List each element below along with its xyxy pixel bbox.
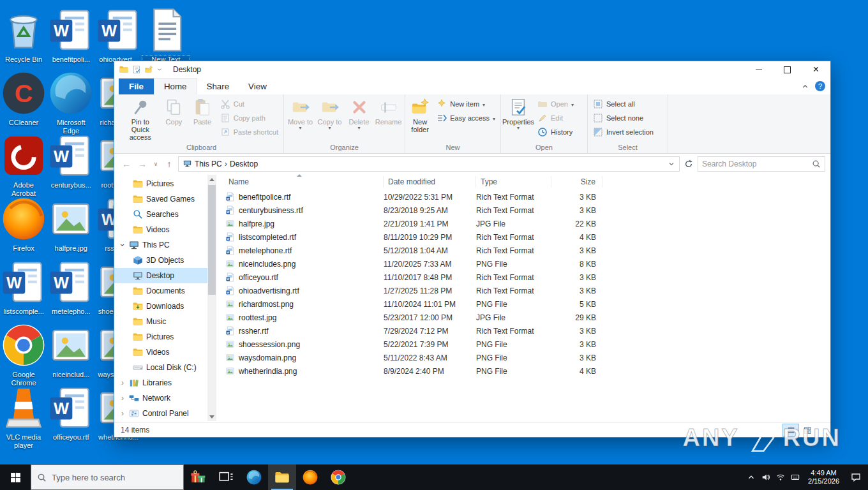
sidebar-item-network[interactable]: Network	[114, 390, 216, 406]
desktop-icon-metelephone[interactable]: metelepho...	[47, 258, 94, 316]
copy-path-button[interactable]: Copy path	[217, 111, 281, 125]
desktop-icon-ccleaner[interactable]: CCleaner	[0, 70, 47, 127]
file-row-rssher[interactable]: rssher.rtf 7/29/2024 7:12 PM Rich Text F…	[216, 324, 830, 338]
qat-properties-icon[interactable]	[132, 65, 141, 74]
thumbnails-view-button[interactable]	[800, 424, 815, 436]
sidebar-item-videos-2[interactable]: Videos	[114, 345, 216, 360]
sidebar-item-desktop[interactable]: Desktop	[114, 268, 216, 283]
tab-share[interactable]: Share	[197, 78, 239, 94]
start-button[interactable]	[0, 464, 31, 490]
file-row-centurybusiness[interactable]: centurybusiness.rtf 8/23/2018 9:25 AM Ri…	[216, 204, 830, 217]
action-center-button[interactable]	[845, 464, 867, 490]
sidebar-item-pictures[interactable]: Pictures	[114, 176, 216, 191]
close-button[interactable]	[802, 61, 830, 78]
new-item-button[interactable]: New item	[433, 97, 498, 111]
file-row-whetherindia[interactable]: whetherindia.png 8/9/2024 2:40 PM PNG Fi…	[216, 364, 830, 378]
tab-file[interactable]: File	[119, 78, 154, 94]
pin-to-quick-access-button[interactable]: Pin to Quick access	[121, 96, 160, 141]
sidebar-item-3d-objects[interactable]: 3D Objects	[114, 253, 216, 268]
address-dropdown-icon[interactable]	[668, 160, 675, 168]
maximize-button[interactable]	[773, 61, 802, 78]
qat-new-folder-icon[interactable]	[144, 65, 153, 74]
desktop-icon-ohioadvertising[interactable]: ohioadvert...	[95, 6, 142, 64]
column-header-name[interactable]: Name	[216, 176, 384, 188]
file-row-listscompleted[interactable]: listscompleted.rtf 8/11/2019 10:29 PM Ri…	[216, 230, 830, 244]
search-input[interactable]	[702, 160, 812, 168]
file-row-officeyou[interactable]: officeyou.rtf 11/10/2017 8:48 PM Rich Te…	[216, 271, 830, 284]
sidebar-item-documents[interactable]: Documents	[114, 283, 216, 299]
new-folder-button[interactable]: New folder	[407, 96, 433, 137]
taskbar-gift-button[interactable]	[184, 464, 212, 490]
desktop-icon-halfpre[interactable]: halfpre.jpg	[47, 195, 94, 253]
title-bar[interactable]: Desktop	[114, 61, 830, 78]
sidebar-item-saved-games[interactable]: Saved Games	[114, 191, 216, 207]
sidebar-item-local-disk-c[interactable]: Local Disk (C:)	[114, 360, 216, 375]
address-box[interactable]: This PC Desktop	[178, 156, 680, 172]
rename-button[interactable]: Rename	[374, 96, 403, 137]
taskbar-search-input[interactable]	[52, 473, 177, 482]
back-button[interactable]: ←	[119, 157, 133, 171]
move-to-button[interactable]: Move to	[286, 96, 315, 137]
sidebar-item-control-panel[interactable]: Control Panel	[114, 406, 216, 421]
desktop-icon-vlc[interactable]: VLC media player	[0, 384, 47, 450]
details-view-button[interactable]	[783, 424, 798, 436]
paste-button[interactable]: Paste	[188, 96, 216, 137]
file-row-waysdomain[interactable]: waysdomain.png 5/11/2022 8:43 AM PNG Fil…	[216, 351, 830, 364]
paste-shortcut-button[interactable]: Paste shortcut	[217, 125, 281, 139]
breadcrumb-this-pc[interactable]: This PC	[195, 160, 222, 168]
open-button[interactable]: Open	[534, 97, 577, 111]
column-header-type[interactable]: Type	[476, 176, 551, 188]
scrollbar-up-arrow[interactable]	[207, 175, 216, 184]
file-row-ohioadvertising[interactable]: ohioadvertising.rtf 1/27/2025 11:28 PM R…	[216, 284, 830, 297]
collapse-ribbon-icon[interactable]	[801, 82, 809, 91]
properties-button[interactable]: Properties	[503, 96, 534, 137]
forward-button[interactable]: →	[135, 157, 149, 171]
tray-network-icon[interactable]	[773, 464, 788, 490]
sidebar-item-this-pc[interactable]: This PC	[114, 237, 216, 253]
up-button[interactable]: ↑	[162, 157, 176, 171]
expander-icon[interactable]	[119, 378, 126, 387]
refresh-button[interactable]	[682, 157, 696, 171]
copy-to-button[interactable]: Copy to	[315, 96, 344, 137]
minimize-button[interactable]	[744, 61, 773, 78]
desktop-icon-benefitpolice[interactable]: benefitpoli...	[47, 6, 94, 64]
taskbar-clock[interactable]: 4:49 AM 2/15/2026	[802, 469, 845, 486]
expander-icon[interactable]	[119, 409, 126, 418]
sidebar-item-searches[interactable]: Searches	[114, 207, 216, 222]
invert-selection-button[interactable]: Invert selection	[590, 125, 657, 139]
desktop-icon-officeyou[interactable]: officeyou.rtf	[47, 384, 94, 442]
scrollbar-thumb[interactable]	[208, 185, 216, 295]
file-row-benefitpolice[interactable]: benefitpolice.rtf 10/29/2022 5:31 PM Ric…	[216, 190, 830, 204]
edit-button[interactable]: Edit	[534, 111, 577, 125]
easy-access-button[interactable]: Easy access	[433, 111, 498, 125]
expander-icon[interactable]	[118, 242, 127, 248]
tray-chevron-up-icon[interactable]	[744, 464, 758, 490]
history-button[interactable]: History	[534, 125, 577, 139]
taskbar-chrome-button[interactable]	[324, 464, 352, 490]
file-row-shoessession[interactable]: shoessession.png 5/22/2021 7:39 PM PNG F…	[216, 338, 830, 351]
tab-home[interactable]: Home	[154, 78, 197, 94]
desktop-icon-recycle-bin[interactable]: Recycle Bin	[0, 6, 47, 64]
file-row-metelephone[interactable]: metelephone.rtf 5/12/2018 1:04 AM Rich T…	[216, 244, 830, 257]
tab-view[interactable]: View	[239, 78, 276, 94]
select-all-button[interactable]: Select all	[590, 97, 657, 111]
column-header-date-modified[interactable]: Date modified	[384, 176, 476, 188]
file-row-niceincludes[interactable]: niceincludes.png 11/20/2025 7:33 AM PNG …	[216, 257, 830, 271]
search-box[interactable]	[698, 156, 825, 172]
file-row-roottest[interactable]: roottest.jpg 5/23/2017 12:00 PM JPG File…	[216, 311, 830, 324]
delete-button[interactable]: Delete	[345, 96, 373, 137]
search-icon[interactable]	[812, 160, 821, 168]
desktop-icon-google-chrome[interactable]: Google Chrome	[0, 322, 47, 387]
select-none-button[interactable]: Select none	[590, 111, 657, 125]
sidebar-item-music[interactable]: Music	[114, 314, 216, 329]
desktop-icon-niceincludes[interactable]: niceinclud...	[47, 322, 94, 379]
scrollbar-down-arrow[interactable]	[207, 412, 216, 421]
breadcrumb-desktop[interactable]: Desktop	[230, 160, 258, 168]
expander-icon[interactable]	[119, 394, 126, 403]
taskbar-search[interactable]	[31, 464, 184, 490]
file-row-richardmost[interactable]: richardmost.png 11/10/2024 11:01 PM PNG …	[216, 297, 830, 311]
taskbar-edge-button[interactable]	[240, 464, 268, 490]
desktop-icon-microsoft-edge[interactable]: Microsoft Edge	[47, 70, 94, 135]
qat-customize-caret-icon[interactable]	[156, 66, 163, 73]
tray-keyboard-icon[interactable]	[788, 464, 802, 490]
